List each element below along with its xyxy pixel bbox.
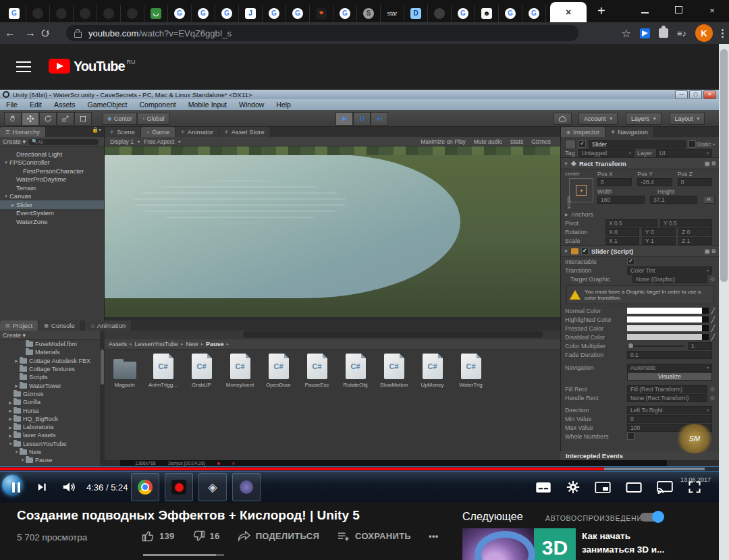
color-swatch[interactable] [627, 325, 709, 331]
fade-duration-field[interactable]: 0.1 [627, 351, 712, 359]
size-field[interactable]: 160 [597, 196, 645, 204]
pos-field[interactable]: 0 [597, 178, 632, 186]
breadcrumb-segment[interactable]: Pause [206, 341, 224, 347]
breadcrumb-segment[interactable]: New [186, 341, 198, 347]
hierarchy-item[interactable]: ▼Canvas [0, 192, 104, 201]
layout-dropdown[interactable]: Layout▾ [670, 113, 705, 125]
asset-item[interactable]: C#OpenDoor [264, 354, 293, 388]
aspect-selector[interactable]: Free Aspect [144, 138, 174, 145]
script-enabled-checkbox[interactable]: ✓ [581, 248, 589, 255]
size-field[interactable]: 37.1 [650, 196, 697, 204]
media-list-icon[interactable]: ≡♪ [677, 28, 686, 38]
tab-animator[interactable]: ✛Animator [176, 127, 219, 137]
object-picker-icon[interactable]: ◎ [710, 386, 715, 392]
project-tree-item[interactable]: ▶Laboratoria [0, 423, 100, 431]
transform-field[interactable]: Z 1 [678, 237, 712, 245]
fullscreen-button[interactable] [688, 480, 701, 494]
navigation-dropdown[interactable]: Automatic [627, 364, 712, 372]
back-icon[interactable]: ← [0, 27, 20, 39]
tag-dropdown[interactable]: Untagged [578, 149, 634, 157]
object-name-field[interactable]: Slider [589, 140, 686, 148]
browser-tab[interactable]: J [239, 5, 263, 22]
browser-tab[interactable]: G [499, 5, 522, 22]
layers-dropdown[interactable]: Layers▾ [626, 113, 662, 125]
autoplay-toggle[interactable] [640, 513, 663, 522]
puzzle-extensions-icon[interactable] [659, 28, 668, 38]
menu-window[interactable]: Window [239, 101, 264, 109]
multiplier-slider[interactable] [627, 345, 684, 347]
project-tree-item[interactable]: ▶Horse [0, 406, 100, 414]
display-selector[interactable]: Display 1 [110, 138, 134, 145]
gamebar-stats[interactable]: Stats [510, 138, 523, 145]
pos-field[interactable]: 0 [678, 178, 712, 186]
reload-icon[interactable] [40, 28, 61, 38]
tab-project[interactable]: ▤Project [0, 320, 38, 331]
layer-dropdown[interactable]: UI [656, 149, 712, 157]
asset-item[interactable]: C#UpMoney [418, 354, 447, 388]
tab-close-icon[interactable]: × [566, 7, 571, 18]
hierarchy-search[interactable]: 🔍All [28, 139, 99, 145]
object-picker-icon[interactable]: ◎ [710, 276, 715, 282]
target-graphic-field[interactable]: None (Graphic) [632, 275, 707, 283]
project-tree-item[interactable]: FuseModel.fbm [0, 340, 100, 348]
settings-button[interactable] [566, 480, 580, 494]
project-tree-item[interactable]: ▼New [0, 448, 100, 456]
tab-navigation[interactable]: ✥Navigation [605, 127, 654, 137]
minimize-icon[interactable] [634, 5, 655, 16]
browser-tab[interactable] [26, 5, 50, 22]
interactable-checkbox[interactable]: ✓ [627, 258, 634, 265]
account-dropdown[interactable]: Account▾ [578, 113, 618, 125]
hierarchy-item[interactable]: ▶Slider [0, 200, 104, 209]
browser-tab[interactable]: G [522, 5, 546, 22]
asset-item[interactable]: C#WaterTrig [456, 354, 485, 388]
create-button[interactable]: Create ▾ [3, 138, 26, 145]
gamebar-maximize-on-play[interactable]: Maximize on Play [421, 138, 466, 145]
forward-icon[interactable]: → [20, 27, 40, 39]
subtitles-button[interactable] [535, 482, 551, 493]
component-gear-icon[interactable]: ▣ ⚙ [705, 248, 716, 254]
tab-scene[interactable]: ✛Scene [105, 127, 141, 137]
transform-field[interactable]: X 0 [605, 228, 639, 236]
rect-transform-header[interactable]: ▼✥ Rect Transform ▣ ⚙ [561, 157, 719, 169]
project-tree-item[interactable]: Scripts [0, 373, 100, 381]
next-video-button[interactable] [36, 482, 47, 493]
browser-tab[interactable]: star [381, 5, 404, 22]
asset-item[interactable]: C#PauseEsc [302, 354, 331, 388]
next-video-thumbnail[interactable]: 3D [462, 528, 576, 560]
progress-bar[interactable] [0, 466, 719, 472]
extension-icon[interactable] [640, 28, 650, 38]
color-swatch[interactable] [627, 308, 709, 314]
project-search-input[interactable] [243, 331, 543, 338]
hierarchy-item[interactable]: WaterProDaytime [0, 175, 104, 184]
project-tree-item[interactable]: ▶Gorilla [0, 398, 100, 406]
hierarchy-item[interactable]: Terrain [0, 184, 104, 192]
breadcrumb[interactable]: Assets▸LessenYouTube▸New▸Pause▸ [105, 339, 560, 349]
browser-tab[interactable]: G [333, 5, 357, 22]
close-icon[interactable]: × [702, 5, 722, 16]
tab-inspector[interactable]: ◉Inspector [561, 127, 605, 137]
hierarchy-item[interactable]: WaterZone [0, 217, 104, 226]
static-checkbox[interactable] [688, 140, 696, 148]
fill-rect-field[interactable]: Fill (Rect Transform) [627, 385, 707, 393]
eyedropper-icon[interactable]: ╱ [711, 334, 715, 341]
restore-icon[interactable] [668, 5, 688, 16]
browser-tab[interactable]: G [286, 5, 310, 22]
transform-field[interactable]: X 1 [605, 237, 639, 245]
whole-numbers-checkbox[interactable] [627, 432, 634, 440]
transform-field[interactable]: Z 0 [678, 228, 712, 236]
project-tree-item[interactable]: ▼LessenYouTube [0, 440, 100, 448]
pause-playback-button[interactable] [12, 482, 20, 493]
hierarchy-item[interactable]: FirstPersonCharacter [0, 167, 104, 175]
menu-hamburger-icon[interactable] [16, 61, 31, 72]
tab-asset-store[interactable]: ✛Asset Store [219, 127, 271, 137]
rect-blueprint-button[interactable]: R [703, 196, 715, 204]
menu-file[interactable]: File [6, 101, 18, 109]
browser-tab[interactable]: G [192, 5, 215, 22]
transform-field[interactable]: Y 1 [642, 237, 676, 245]
next-video-title[interactable]: Как начать заниматься 3D и... [582, 530, 664, 557]
theater-mode-button[interactable] [626, 482, 642, 493]
menu-mobile-input[interactable]: Mobile Input [188, 101, 227, 109]
tab-hierarchy[interactable]: ☰Hierarchy [0, 127, 46, 137]
object-picker-icon[interactable]: ◎ [710, 395, 715, 401]
breadcrumb-segment[interactable]: Assets [109, 341, 127, 347]
